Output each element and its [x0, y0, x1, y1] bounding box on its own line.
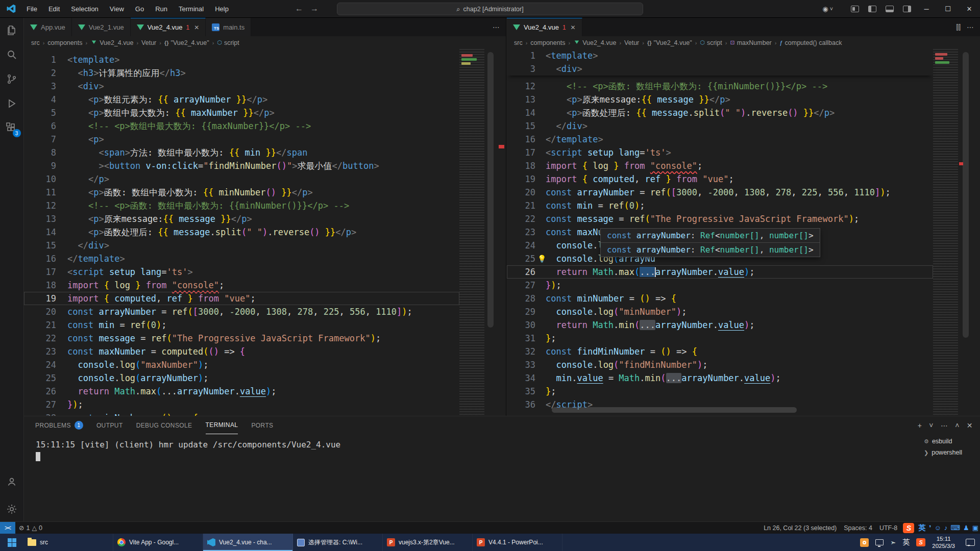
code-line[interactable]: 17<script setup lang='ts'>	[24, 265, 459, 279]
line-number[interactable]: 8	[24, 146, 56, 159]
line-number[interactable]: 12	[24, 199, 56, 212]
breadcrumb-item[interactable]: Vetur	[624, 39, 639, 46]
line-number[interactable]: 18	[24, 279, 56, 292]
breadcrumb-item[interactable]: Vue2_4.vue	[573, 39, 616, 46]
line-number[interactable]: 29	[507, 305, 535, 318]
mouse-settings-icon[interactable]: ➣	[890, 539, 896, 546]
code-line[interactable]: 26 return Math.max(...arrayNumber.value)…	[507, 265, 933, 279]
code-line[interactable]: 33 console.log("findMinNumber");	[507, 358, 933, 371]
sogou-icon[interactable]: S	[916, 538, 925, 546]
line-number[interactable]: 25	[507, 252, 535, 265]
terminal-output[interactable]: 15:11:15 [vite] (client) hmr update /src…	[24, 434, 980, 450]
sticky-scroll[interactable]: 1<template>3 <div>	[507, 49, 933, 76]
code-line[interactable]: 15 </div>	[507, 119, 933, 133]
activity-search-icon[interactable]	[0, 42, 24, 67]
remote-indicator[interactable]: ><	[0, 522, 15, 534]
code-line[interactable]: 1<template>	[24, 53, 459, 66]
tab-vue2_1.vue[interactable]: Vue2_1.vue	[72, 18, 131, 36]
code-line[interactable]: 17<script setup lang='ts'>	[507, 146, 933, 159]
line-number[interactable]: 16	[24, 252, 56, 265]
code-line[interactable]: 4 <p>数组元素为: {{ arrayNumber }}</p>	[24, 93, 459, 106]
line-number[interactable]: 25	[24, 371, 56, 385]
line-number[interactable]: 17	[507, 146, 535, 159]
menu-run[interactable]: Run	[150, 3, 173, 15]
breadcrumb-item[interactable]: ƒcomputed() callback	[779, 39, 842, 46]
ime-language-indicator[interactable]: 英	[902, 538, 910, 547]
sticky-line[interactable]: 1<template>	[507, 49, 933, 62]
line-number[interactable]: 12	[507, 80, 535, 93]
line-number[interactable]: 11	[24, 186, 56, 199]
menu-selection[interactable]: Selection	[66, 3, 103, 15]
line-number[interactable]: 21	[24, 318, 56, 332]
line-number[interactable]: 28	[507, 292, 535, 305]
line-number[interactable]: 15	[507, 119, 535, 133]
tab-main.ts[interactable]: TSmain.ts	[206, 18, 251, 36]
line-number[interactable]: 24	[507, 239, 535, 252]
code-line[interactable]: 2 <h3>计算属性的应用</h3>	[24, 66, 459, 80]
toggle-sidebar-icon[interactable]	[868, 6, 876, 12]
ime-toolbar-icon[interactable]: ☺	[935, 524, 941, 532]
breadcrumb-right[interactable]: src›components›Vue2_4.vue›Vetur›{}"Vue2_…	[507, 36, 980, 49]
code-line[interactable]: 23const maxNumber = computed(() => {	[24, 345, 459, 358]
code-line[interactable]: 18import { log } from "console";	[507, 159, 933, 172]
code-line[interactable]: 13 <p>原来message:{{ message }}</p>	[24, 212, 459, 226]
code-line[interactable]: 19import { computed, ref } from "vue";	[24, 292, 459, 305]
close-button[interactable]: ✕	[959, 0, 980, 17]
line-number[interactable]: 30	[507, 318, 535, 332]
code-line[interactable]: 21const min = ref(0);	[507, 199, 933, 212]
taskbar-item[interactable]: PV4.4.1 - PowerPoi...	[473, 534, 562, 551]
lightbulb-icon[interactable]: 💡	[537, 252, 546, 265]
toggle-secondary-sidebar-icon[interactable]	[903, 6, 911, 12]
minimap-right[interactable]	[933, 49, 958, 416]
line-number[interactable]: 6	[24, 119, 56, 133]
problems-status[interactable]: ⊘1 △0	[15, 524, 46, 532]
minimap-left[interactable]	[459, 49, 484, 416]
activity-run-and-debug-icon[interactable]	[0, 91, 24, 116]
h-scrollbar-right[interactable]	[552, 407, 797, 413]
line-number[interactable]: 14	[24, 226, 56, 239]
menu-file[interactable]: File	[21, 3, 42, 15]
tab-app.vue[interactable]: App.vue	[24, 18, 72, 36]
code-line[interactable]: 27});	[24, 398, 459, 411]
line-number[interactable]: 2	[24, 66, 56, 80]
breadcrumb-item[interactable]: ⊡maxNumber	[730, 39, 771, 46]
tray-app-icon[interactable]	[860, 538, 869, 547]
line-number[interactable]: 22	[24, 332, 56, 345]
code-line[interactable]: 30 return Math.min(...arrayNumber.value)…	[507, 318, 933, 332]
ime-toolbar-icon[interactable]: ♪	[944, 524, 948, 532]
editor-right[interactable]: 12 <!-- <p>函数: 数组中最小数为: {{minNumber()}}<…	[507, 49, 980, 416]
code-line[interactable]: 12 <!-- <p>函数: 数组中最小数为: {{minNumber()}}<…	[24, 199, 459, 212]
tab-close-icon[interactable]: ✕	[571, 24, 576, 31]
command-center-search[interactable]: ⌕ chap2 [Administrator]	[337, 3, 643, 15]
code-line[interactable]: 3 <div>	[24, 80, 459, 93]
code-line[interactable]: 12 <!-- <p>函数: 数组中最小数为: {{minNumber()}}<…	[507, 80, 933, 93]
menu-edit[interactable]: Edit	[43, 3, 65, 15]
indentation[interactable]: Spaces: 4	[840, 524, 876, 532]
panel-action-icon[interactable]: ˄	[955, 421, 960, 430]
line-number[interactable]: 27	[507, 279, 535, 292]
menu-terminal[interactable]: Terminal	[174, 3, 209, 15]
breadcrumb-item[interactable]: src	[514, 39, 523, 46]
code-line[interactable]: 31};	[507, 332, 933, 345]
line-number[interactable]: 23	[24, 345, 56, 358]
ime-language[interactable]: 英	[918, 523, 925, 533]
taskbar-item[interactable]: 选择管理器: C:\Wi...	[293, 534, 383, 551]
line-number[interactable]: 22	[507, 212, 535, 226]
code-line[interactable]: 18import { log } from "console";	[24, 279, 459, 292]
clock[interactable]: 15:112025/3/3	[932, 535, 955, 550]
ime-toolbar-icon[interactable]: ▣	[972, 524, 978, 532]
line-number[interactable]: 19	[24, 292, 56, 305]
activity-accounts-icon[interactable]	[0, 469, 24, 494]
code-line[interactable]: 19import { computed, ref } from "vue";	[507, 172, 933, 186]
line-number[interactable]: 13	[24, 212, 56, 226]
panel-action-icon[interactable]: +	[918, 421, 922, 430]
code-line[interactable]: 21const min = ref(0);	[24, 318, 459, 332]
panel-tab-debug-console[interactable]: DEBUG CONSOLE	[136, 416, 192, 434]
sticky-line[interactable]: 3 <div>	[507, 62, 933, 76]
line-number[interactable]: 31	[507, 332, 535, 345]
panel-tab-problems[interactable]: PROBLEMS1	[35, 416, 83, 434]
start-button[interactable]	[0, 534, 23, 551]
code-line[interactable]: 10 </p>	[24, 172, 459, 186]
line-number[interactable]: 24	[24, 358, 56, 371]
panel-tab-ports[interactable]: PORTS	[251, 416, 273, 434]
